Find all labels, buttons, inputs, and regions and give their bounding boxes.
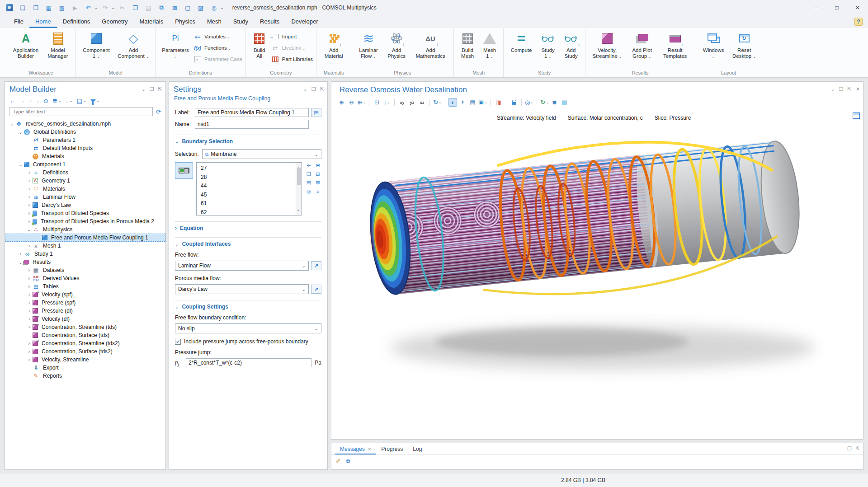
clear-selection-button[interactable] [195, 2, 207, 13]
select-box-button[interactable] [182, 2, 193, 13]
paste-selection-icon[interactable] [305, 179, 312, 186]
coupled-interfaces-section[interactable]: Coupled Interfaces [175, 237, 321, 247]
go-to-porous-flow-button[interactable] [311, 285, 321, 294]
collapse-panel-icon[interactable] [142, 86, 146, 92]
pin-panel-icon[interactable] [848, 86, 852, 92]
tree-item[interactable]: Definitions [5, 169, 165, 177]
compute-button[interactable]: Compute [507, 30, 536, 55]
clear-selection-icon[interactable] [314, 179, 321, 186]
tree-item[interactable]: Concentration, Streamline (tds2) [5, 339, 165, 347]
collapse-icon[interactable] [9, 122, 15, 126]
collapse-panel-icon[interactable] [303, 86, 307, 92]
tab-physics[interactable]: Physics [169, 16, 201, 28]
tree-item[interactable]: Study 1 [5, 250, 165, 258]
redo-menu-icon[interactable]: ⌄ [112, 5, 115, 10]
tab-log[interactable]: Log [408, 444, 427, 454]
tree-item[interactable]: Velocity, Streamline [5, 356, 165, 364]
collapse-icon[interactable] [26, 227, 33, 232]
expand-icon[interactable] [26, 178, 33, 184]
view-options-icon[interactable]: ⌄ [478, 98, 487, 107]
tree-item[interactable]: Multiphysics [5, 225, 165, 234]
application-builder-button[interactable]: Application Builder [9, 30, 42, 61]
view-xy-icon[interactable]: xy [398, 98, 406, 107]
name-input[interactable] [195, 120, 309, 129]
expand-icon[interactable] [26, 275, 33, 281]
tree-item[interactable]: Pressure (spf) [5, 299, 165, 307]
undo-menu-icon[interactable]: ⌄ [94, 5, 98, 10]
selection-dropdown[interactable]: Membrane [202, 149, 321, 159]
tree-item[interactable]: Pressure (dl) [5, 307, 165, 315]
rename-label-button[interactable] [311, 108, 321, 117]
add-study-button[interactable]: Add Study [560, 30, 582, 61]
paste-button[interactable] [142, 2, 154, 13]
help-icon[interactable] [854, 18, 863, 26]
scene-light-icon[interactable] [458, 98, 467, 107]
scrollbar[interactable] [296, 163, 302, 215]
add-mathematics-button[interactable]: Add Mathematics [410, 30, 450, 61]
boundary-selection-section[interactable]: Boundary Selection [175, 135, 321, 145]
save-button[interactable] [43, 2, 55, 13]
mesh-1-button[interactable]: Mesh 1 [479, 30, 500, 61]
velocity-streamline-button[interactable]: Velocity, Streamline [589, 30, 626, 61]
undo-button[interactable] [82, 2, 94, 13]
expand-all-icon[interactable]: ⌄ [52, 98, 61, 104]
variables-button[interactable]: Variables [193, 32, 242, 41]
active-selection-toggle[interactable] [175, 162, 193, 179]
component-1-button[interactable]: Component 1 [79, 30, 113, 61]
close-panel-icon[interactable] [856, 86, 860, 92]
copy-selection-icon[interactable] [305, 171, 312, 178]
remove-from-selection-icon[interactable] [314, 171, 321, 178]
add-physics-button[interactable]: Add Physics [384, 30, 409, 61]
rotate-icon[interactable]: ⌄ [433, 98, 442, 107]
tab-materials[interactable]: Materials [133, 16, 169, 28]
tab-results[interactable]: Results [254, 16, 285, 28]
coupling-settings-section[interactable]: Coupling Settings [175, 300, 321, 310]
create-selection-icon[interactable] [305, 162, 312, 169]
part-libraries-button[interactable]: Part Libraries [271, 55, 313, 64]
node-grouping-icon[interactable]: ⌄ [77, 98, 86, 104]
plot-settings-icon[interactable] [853, 112, 860, 119]
tree-item[interactable]: Velocity (spf) [5, 290, 165, 299]
expand-icon[interactable] [26, 356, 33, 363]
tab-definitions[interactable]: Definitions [57, 16, 96, 28]
equation-section[interactable]: Equation [175, 221, 321, 231]
free-flow-dropdown[interactable]: Laminar Flow [175, 261, 309, 271]
tree-item[interactable]: reverse_osmosis_desalination.mph [5, 120, 165, 128]
expand-icon[interactable] [26, 267, 33, 273]
tree-item[interactable]: Component 1 [5, 160, 165, 169]
tree-item[interactable]: Default Model Inputs [5, 144, 165, 152]
tab-progress[interactable]: Progress [376, 444, 408, 454]
float-panel-icon[interactable] [311, 86, 316, 92]
tab-messages[interactable]: Messages [335, 444, 376, 454]
pin-panel-icon[interactable] [320, 86, 324, 92]
add-material-button[interactable]: Add Material [320, 30, 348, 61]
float-panel-icon[interactable] [150, 86, 154, 92]
expand-icon[interactable] [17, 251, 24, 257]
new-file-button[interactable] [17, 2, 28, 13]
copy-messages-icon[interactable] [346, 458, 350, 464]
tree-item[interactable]: Transport of Diluted Species [5, 209, 165, 217]
maximize-button[interactable] [826, 0, 847, 15]
pressure-jump-input[interactable] [186, 358, 311, 367]
close-button[interactable] [847, 0, 868, 15]
copy-button[interactable] [129, 2, 141, 13]
expand-icon[interactable] [26, 348, 33, 355]
tree-item[interactable]: Reports [5, 372, 165, 380]
parameter-case-button[interactable]: Parameter Case [193, 55, 242, 64]
preview-button[interactable] [208, 2, 220, 13]
clear-messages-icon[interactable] [336, 458, 341, 464]
zoom-to-selection-icon[interactable] [305, 188, 312, 195]
color-legend-icon[interactable] [468, 98, 477, 107]
tree-item[interactable]: Darcy's Law [5, 201, 165, 209]
build-mesh-button[interactable]: Build Mesh [457, 30, 478, 61]
desalination-module-3d-view[interactable] [331, 122, 863, 439]
float-panel-icon[interactable] [847, 446, 852, 452]
tree-item[interactable]: Global Definitions [5, 128, 165, 136]
add-plot-group-button[interactable]: Add Plot Group [627, 30, 657, 61]
tree-item[interactable]: Materials [5, 152, 165, 160]
refresh-icon[interactable] [156, 108, 161, 115]
transparency-icon[interactable] [448, 98, 457, 107]
collapse-icon[interactable] [17, 130, 24, 135]
expand-icon[interactable] [26, 300, 33, 306]
zoom-menu-icon[interactable]: ⌄ [357, 98, 366, 107]
